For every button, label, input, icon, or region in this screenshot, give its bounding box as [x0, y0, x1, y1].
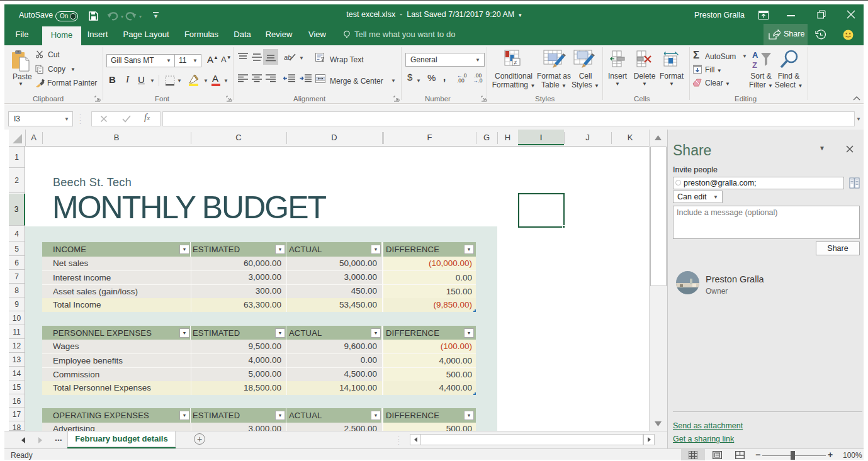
svg-text:≠: ≠	[514, 59, 517, 66]
svg-text:A: A	[752, 50, 758, 60]
svg-text:Z: Z	[752, 60, 757, 69]
